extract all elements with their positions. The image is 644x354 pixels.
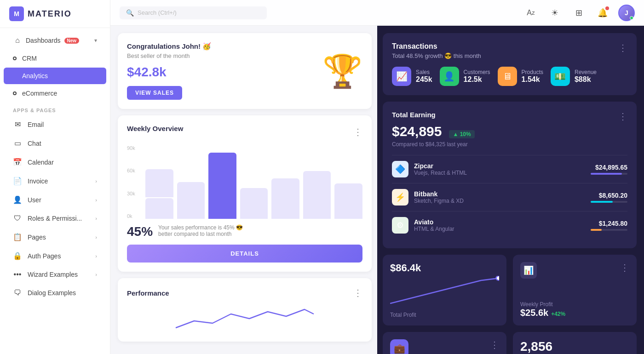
avatar-status-dot: [630, 16, 633, 20]
earning-item-aviato: ⚙ Aviato HTML & Angular $1,245.80: [392, 211, 627, 239]
search-icon: 🔍: [126, 9, 134, 17]
weekly-chart: 90k 60k 30k 0k: [127, 145, 362, 219]
bar-mon-top: [145, 169, 173, 197]
performance-chart-placeholder: [127, 305, 362, 332]
transactions-more-button[interactable]: ⋮: [618, 42, 627, 53]
weekly-profit-card: 📊 ⋮ Weekly Profit $25.6k +42%: [513, 255, 637, 325]
count-card: 2,856 N TS JS 🎨: [513, 332, 637, 354]
search-bar[interactable]: 🔍 Search (Ctrl+/): [120, 6, 267, 19]
user-icon: 👤: [13, 195, 22, 204]
sidebar-item-dashboards[interactable]: ⌂ Dashboards New ▾: [4, 32, 106, 49]
sidebar-item-ecommerce[interactable]: eCommerce: [4, 85, 106, 102]
weekly-profit-badge: +42%: [551, 311, 565, 317]
logo-text: MATERIO: [28, 9, 72, 19]
theme-icon[interactable]: ☀: [546, 5, 563, 21]
sidebar-item-analytics[interactable]: Analytics: [4, 68, 106, 84]
sidebar-item-wizard[interactable]: ••• Wizard Examples ›: [4, 266, 106, 283]
chart-bar-sat: [303, 145, 331, 219]
congrats-title: Congratulations John! 🥳: [127, 42, 362, 51]
pages-icon: 📋: [13, 233, 22, 241]
earning-more-button[interactable]: ⋮: [618, 111, 627, 122]
trophy-icon: 🏆: [322, 55, 362, 87]
performance-more-button[interactable]: ⋮: [353, 287, 362, 298]
dashboards-chevron-icon: ▾: [94, 37, 97, 44]
earning-growth-badge: ▲ 10%: [449, 130, 474, 138]
sidebar-logo: M MATERIO: [0, 0, 110, 28]
bar-thu: [240, 188, 268, 219]
customers-value: 12.5k: [464, 75, 490, 84]
bar-fri: [271, 178, 299, 219]
crm-label: CRM: [22, 55, 37, 62]
logo-icon: M: [9, 6, 24, 21]
sidebar-item-user[interactable]: 👤 User ›: [4, 191, 106, 209]
dashboards-badge: New: [64, 38, 80, 44]
earning-compare: Compared to $84,325 last year: [392, 141, 627, 148]
stat-customers: 👤 Customers 12.5k: [440, 67, 490, 86]
transactions-subtitle: Total 48.5% growth 😎 this month: [392, 52, 481, 59]
search-placeholder: Search (Ctrl+/): [138, 9, 177, 16]
sales-label: Sales: [416, 69, 432, 75]
view-sales-button[interactable]: VIEW SALES: [127, 86, 182, 100]
dark-cards-grid: $86.4k Tot: [383, 255, 637, 354]
profit-bar-icon: 📊: [520, 262, 537, 279]
chart-bar-wed: [208, 145, 236, 219]
sales-value: 245k: [416, 75, 432, 84]
products-icon: 🖥: [498, 67, 517, 86]
grid-icon[interactable]: ⊞: [570, 5, 587, 21]
sidebar-item-pages[interactable]: 📋 Pages ›: [4, 228, 106, 246]
analytics-label: Analytics: [22, 72, 48, 80]
invoice-chevron-icon: ›: [95, 178, 97, 184]
chart-bar-mon: [145, 145, 173, 219]
wizard-icon: •••: [13, 270, 22, 279]
weekly-profit-more-button[interactable]: ⋮: [620, 262, 629, 273]
pages-chevron-icon: ›: [95, 234, 97, 240]
apps-pages-label: APPS & PAGES: [0, 102, 110, 115]
new-project-card: 💼 ⋮ New Project 862 -18%: [383, 332, 506, 354]
weekly-overview-card: Weekly Overview ⋮ 90k 60k 30k 0k: [118, 115, 372, 272]
chart-bar-sun: [334, 145, 362, 219]
sidebar-item-crm[interactable]: CRM: [4, 50, 106, 67]
sidebar-item-calendar[interactable]: 📅 Calendar: [4, 153, 106, 171]
notification-icon[interactable]: 🔔: [594, 5, 611, 21]
sidebar-item-roles[interactable]: 🛡 Roles & Permissi... ›: [4, 210, 106, 227]
transactions-card: Transactions Total 48.5% growth 😎 this m…: [383, 33, 637, 95]
analytics-circle-icon: [13, 74, 17, 78]
earning-title: Total Earning: [392, 111, 436, 119]
zipcar-icon: 🔷: [392, 161, 408, 177]
sidebar-item-dialog[interactable]: 🗨 Dialog Examples: [4, 284, 106, 302]
earning-amount: $24,895: [392, 124, 442, 139]
bitbank-icon: ⚡: [392, 189, 408, 206]
wizard-chevron-icon: ›: [95, 272, 97, 277]
revenue-value: $88k: [575, 75, 597, 84]
products-value: 1.54k: [522, 75, 543, 84]
products-label: Products: [522, 69, 543, 75]
aviato-name: Aviato: [414, 218, 454, 226]
crm-circle-icon: [13, 57, 17, 60]
auth-label: Auth Pages: [28, 252, 61, 260]
avatar[interactable]: J: [618, 5, 635, 21]
sidebar-item-invoice[interactable]: 📄 Invoice ›: [4, 172, 106, 190]
details-button[interactable]: DETAILS: [127, 245, 362, 263]
project-more-button[interactable]: ⋮: [490, 339, 499, 350]
weekly-title: Weekly Overview: [127, 125, 183, 132]
ecommerce-label: eCommerce: [22, 90, 57, 97]
profit-big-value: $86.4k: [390, 262, 499, 274]
bitbank-progress: [591, 201, 627, 203]
chart-desc: Your sales performance is 45% 😎 better c…: [158, 224, 250, 237]
weekly-more-button[interactable]: ⋮: [353, 126, 362, 137]
user-label: User: [28, 196, 41, 204]
sidebar-item-chat[interactable]: ▭ Chat: [4, 134, 106, 152]
bar-sun: [334, 183, 362, 219]
stat-sales: 📈 Sales 245k: [392, 67, 432, 86]
sidebar-item-auth[interactable]: 🔒 Auth Pages ›: [4, 247, 106, 265]
congrats-card: Congratulations John! 🥳 Best seller of t…: [118, 33, 372, 109]
dialog-icon: 🗨: [13, 289, 22, 297]
topbar-right: Az ☀ ⊞ 🔔 J: [523, 5, 635, 21]
chart-bar-fri: [271, 145, 299, 219]
bitbank-name: Bitbank: [414, 190, 464, 198]
translate-icon[interactable]: Az: [523, 5, 539, 21]
sidebar-item-email[interactable]: ✉ Email: [4, 115, 106, 133]
sidebar: M MATERIO ⌂ Dashboards New ▾ CRM Analyti…: [0, 0, 110, 354]
chat-icon: ▭: [13, 139, 22, 148]
bar-tue: [177, 182, 205, 219]
